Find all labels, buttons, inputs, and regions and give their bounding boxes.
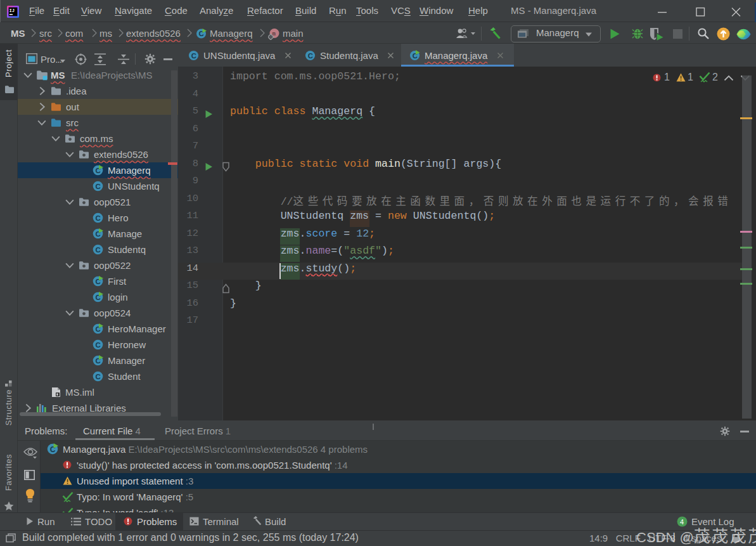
svg-text:C: C — [308, 52, 313, 60]
svg-text:C: C — [191, 52, 196, 60]
svg-text:IJ: IJ — [10, 8, 15, 13]
